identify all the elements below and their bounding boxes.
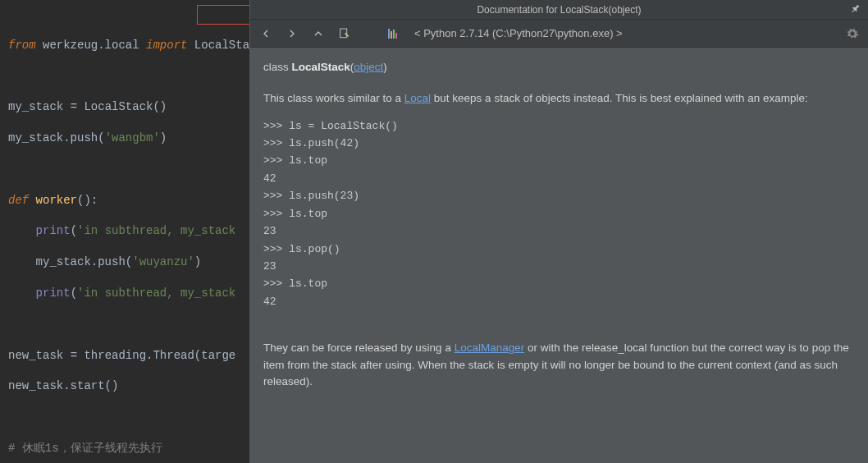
code: (): — [77, 194, 98, 207]
doc-description: This class works similar to a Local but … — [263, 90, 855, 107]
python-env-label[interactable]: < Python 2.7.14 (C:\Python27\python.exe)… — [414, 27, 623, 39]
builtin: print — [36, 224, 71, 237]
doc-toolbar: < Python 2.7.14 (C:\Python27\python.exe)… — [250, 20, 868, 48]
forward-icon[interactable] — [283, 25, 301, 43]
keyword: def — [8, 194, 36, 207]
code: ( — [71, 287, 77, 300]
python-env-icon[interactable] — [385, 25, 403, 43]
builtin: print — [36, 287, 71, 300]
var: my_stack — [8, 100, 71, 113]
doc-code-example: >>> ls = LocalStack() >>> ls.push(42) >>… — [263, 117, 855, 311]
svg-rect-1 — [388, 29, 390, 39]
indent — [8, 224, 36, 237]
doc-title: Documentation for LocalStack(object) — [477, 4, 641, 16]
code: new_task.start() — [8, 379, 118, 392]
selection-highlight — [197, 5, 249, 25]
string: 'in subthread, my_stack — [77, 224, 235, 237]
code-line: my_stack.push('wuyanzu') — [8, 254, 241, 270]
code-line: print('in subthread, my_stack — [8, 223, 241, 239]
code: new_task — [8, 349, 71, 362]
code-line: my_stack.push('wangbm') — [8, 131, 241, 146]
code: ) — [160, 131, 167, 144]
code: threading.Thread( — [84, 349, 201, 362]
documentation-panel: Documentation for LocalStack(object) < — [249, 0, 868, 463]
svg-rect-4 — [395, 33, 397, 39]
base-class-link[interactable]: object — [354, 61, 383, 73]
class-name: LocalStack — [292, 61, 350, 73]
class-name: LocalStack — [187, 39, 249, 52]
func-name: worker — [36, 194, 77, 207]
pin-icon[interactable] — [850, 3, 861, 17]
desc-text: This class works similar to a — [263, 92, 404, 104]
string: 'wuyanzu' — [132, 255, 194, 268]
code-line: def worker(): — [8, 193, 241, 209]
module-name: werkzeug.local — [36, 39, 146, 52]
gear-icon[interactable] — [843, 25, 861, 43]
op: = — [71, 349, 85, 362]
op: = — [71, 100, 85, 113]
edit-source-icon[interactable] — [336, 25, 354, 43]
code: ( — [71, 224, 77, 237]
string: 'wangbm' — [105, 131, 160, 144]
doc-title-bar: Documentation for LocalStack(object) — [250, 0, 868, 20]
footer-text: They can be force released by using a — [263, 342, 455, 354]
keyword: from — [8, 39, 36, 52]
code-line — [8, 69, 241, 85]
class-keyword: class — [263, 61, 292, 73]
code: targe — [201, 349, 235, 362]
code-line — [8, 162, 241, 177]
doc-footer: They can be force released by using a Lo… — [263, 340, 855, 390]
indent — [8, 255, 36, 268]
code-line — [8, 317, 241, 332]
desc-text: but keeps a stack of objects instead. Th… — [431, 92, 808, 104]
doc-content[interactable]: class LocalStack(object) This class work… — [250, 48, 868, 463]
code: my_stack.push( — [36, 255, 133, 268]
code-line: new_task.start() — [8, 378, 241, 394]
code-line: print('in subthread, my_stack — [8, 286, 241, 301]
local-link[interactable]: Local — [404, 92, 431, 104]
comment: # 休眠1s，保证子线程先执行 — [8, 442, 162, 455]
keyword: import — [146, 39, 187, 52]
up-icon[interactable] — [309, 25, 327, 43]
code: my_stack.push( — [8, 131, 105, 144]
code-line: # 休眠1s，保证子线程先执行 — [8, 441, 241, 456]
localmanager-link[interactable]: LocalManager — [455, 342, 525, 354]
code: ) — [194, 255, 201, 268]
svg-rect-2 — [391, 31, 392, 39]
code-line: from werkzeug.local import LocalStack — [8, 38, 241, 53]
call: LocalStack() — [84, 100, 167, 113]
code-line: new_task = threading.Thread(targe — [8, 348, 241, 364]
paren: ) — [383, 61, 387, 73]
class-signature: class LocalStack(object) — [263, 59, 855, 76]
back-icon[interactable] — [257, 25, 275, 43]
code-line: my_stack = LocalStack() — [8, 99, 241, 115]
string: 'in subthread, my_stack — [77, 287, 235, 300]
code-line — [8, 410, 241, 425]
indent — [8, 287, 36, 300]
code-editor[interactable]: from werkzeug.local import LocalStack my… — [0, 0, 249, 463]
svg-rect-3 — [393, 30, 395, 39]
